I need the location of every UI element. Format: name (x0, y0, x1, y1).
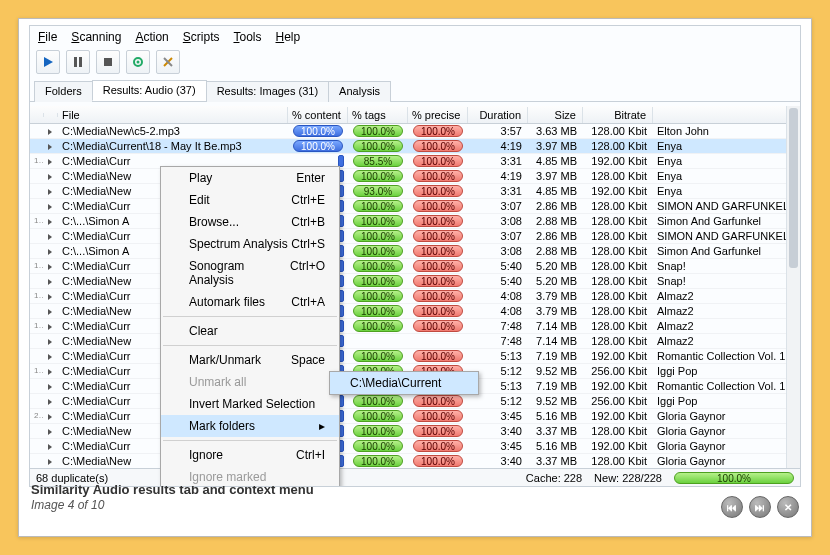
app-pane: FileScanningActionScriptsToolsHelp Folde… (29, 25, 801, 487)
tabstrip: FoldersResults: Audio (37)Results: Image… (30, 80, 800, 102)
table-row[interactable]: C:\Media\New100.0%100.0%3:403.37 MB128.0… (30, 454, 800, 468)
menu-scripts[interactable]: Scripts (183, 30, 220, 44)
table-row[interactable]: C:\Media\New93.0%100.0%3:314.85 MB192.00… (30, 184, 800, 199)
table-row[interactable]: C:\Media\Curr100.0%100.0%3:072.86 MB128.… (30, 199, 800, 214)
column-header[interactable]: Size (528, 107, 583, 123)
column-header[interactable] (44, 113, 58, 117)
table-row[interactable]: C:\Media\Current\18 - May It Be.mp3100.0… (30, 139, 800, 154)
menu-item: Ignore marked (161, 466, 339, 487)
tools-button[interactable] (156, 50, 180, 74)
gallery-caption: Similarity Audio results tab and context… (31, 482, 314, 512)
tab[interactable]: Analysis (328, 81, 391, 102)
svg-point-5 (137, 61, 140, 64)
menu-item[interactable]: Mark/UnmarkSpace (161, 349, 339, 371)
svg-rect-1 (74, 57, 77, 67)
pager-close-button[interactable]: ✕ (777, 496, 799, 518)
column-header[interactable]: % precise (408, 107, 468, 123)
status-new: New: 228/228 (594, 472, 662, 484)
menubar: FileScanningActionScriptsToolsHelp (30, 26, 800, 48)
tab[interactable]: Folders (34, 81, 93, 102)
context-menu[interactable]: PlayEnterEditCtrl+EBrowse...Ctrl+BSpectr… (160, 166, 340, 487)
menu-tools[interactable]: Tools (233, 30, 261, 44)
play-button[interactable] (36, 50, 60, 74)
menu-help[interactable]: Help (276, 30, 301, 44)
table-row[interactable]: 1 5C:\...\Simon A100.0%100.0%3:082.88 MB… (30, 214, 800, 229)
table-row[interactable]: 1 6C:\Media\Curr100.0%100.0%5:405.20 MB1… (30, 259, 800, 274)
svg-marker-0 (44, 57, 53, 67)
table-row[interactable]: 1 8C:\Media\Curr100.0%100.0%7:487.14 MB1… (30, 319, 800, 334)
table-row[interactable]: C:\Media\Curr100.0%100.0%5:137.19 MB192.… (30, 349, 800, 364)
table-row[interactable]: C:\Media\New100.0%100.0%4:193.97 MB128.0… (30, 169, 800, 184)
menu-item[interactable]: EditCtrl+E (161, 189, 339, 211)
menu-item[interactable]: IgnoreCtrl+I (161, 444, 339, 466)
menu-item[interactable]: Mark folders▸ (161, 415, 339, 437)
menu-item[interactable]: Automark filesCtrl+A (161, 291, 339, 313)
menu-item[interactable]: Invert Marked Selection (161, 393, 339, 415)
column-header[interactable]: Duration (468, 107, 528, 123)
column-header[interactable]: % tags (348, 107, 408, 123)
table-row[interactable]: C:\Media\Curr100.0%100.0%5:129.52 MB256.… (30, 394, 800, 409)
column-header[interactable]: % content (288, 107, 348, 123)
tab[interactable]: Results: Audio (37) (92, 80, 207, 101)
menu-action[interactable]: Action (135, 30, 168, 44)
menu-item: Unmark all (161, 371, 339, 393)
table-row[interactable]: C:\Media\Curr100.0%100.0%3:072.86 MB128.… (30, 229, 800, 244)
table-row[interactable]: C:\Media\Curr100.0%100.0%3:455.16 MB192.… (30, 439, 800, 454)
app-window: FileScanningActionScriptsToolsHelp Folde… (18, 18, 812, 537)
column-header[interactable] (30, 113, 44, 117)
menu-file[interactable]: File (38, 30, 57, 44)
table-row[interactable]: C:\...\Simon A100.0%100.0%3:082.88 MB128… (30, 244, 800, 259)
table-row[interactable]: C:\Media\New100.0%100.0%4:083.79 MB128.0… (30, 304, 800, 319)
tab[interactable]: Results: Images (31) (206, 81, 329, 102)
menu-scanning[interactable]: Scanning (71, 30, 121, 44)
gallery-pager: ⏮ ⏭ ✕ (721, 496, 799, 518)
pager-prev-button[interactable]: ⏮ (721, 496, 743, 518)
menu-item[interactable]: Spectrum AnalysisCtrl+S (161, 233, 339, 255)
context-submenu[interactable]: C:\Media\Current (329, 371, 479, 395)
svg-rect-2 (79, 57, 82, 67)
table-row[interactable]: C:\Media\New7:487.14 MB128.00 KbitAlmaz2 (30, 334, 800, 349)
results-grid: File% content% tags% preciseDurationSize… (30, 106, 800, 468)
pause-button[interactable] (66, 50, 90, 74)
submenu-item[interactable]: C:\Media\Current (330, 372, 478, 394)
stop-button[interactable] (96, 50, 120, 74)
menu-item[interactable]: PlayEnter (161, 167, 339, 189)
settings-button[interactable] (126, 50, 150, 74)
table-row[interactable]: C:\Media\New100.0%100.0%5:405.20 MB128.0… (30, 274, 800, 289)
vertical-scrollbar[interactable] (786, 106, 800, 468)
status-cache: Cache: 228 (526, 472, 582, 484)
pager-next-button[interactable]: ⏭ (749, 496, 771, 518)
menu-item[interactable]: Clear (161, 320, 339, 342)
table-row[interactable]: 2 0C:\Media\Curr100.0%100.0%3:455.16 MB1… (30, 409, 800, 424)
column-header[interactable]: Artist (653, 107, 800, 123)
column-header[interactable]: File (58, 107, 288, 123)
table-row[interactable]: 1 4C:\Media\Curr85.5%100.0%3:314.85 MB19… (30, 154, 800, 169)
toolbar (30, 48, 800, 80)
table-row[interactable]: C:\Media\New\c5-2.mp3100.0%100.0%100.0%3… (30, 124, 800, 139)
menu-item[interactable]: Browse...Ctrl+B (161, 211, 339, 233)
svg-rect-3 (104, 58, 112, 66)
table-row[interactable]: 1 7C:\Media\Curr100.0%100.0%4:083.79 MB1… (30, 289, 800, 304)
table-row[interactable]: C:\Media\New100.0%100.0%3:403.37 MB128.0… (30, 424, 800, 439)
column-header[interactable]: Bitrate (583, 107, 653, 123)
menu-item[interactable]: Sonogram AnalysisCtrl+O (161, 255, 339, 291)
status-progress: 100.0% (674, 472, 794, 484)
caption-sub: Image 4 of 10 (31, 498, 104, 512)
grid-header-row: File% content% tags% preciseDurationSize… (30, 106, 800, 124)
